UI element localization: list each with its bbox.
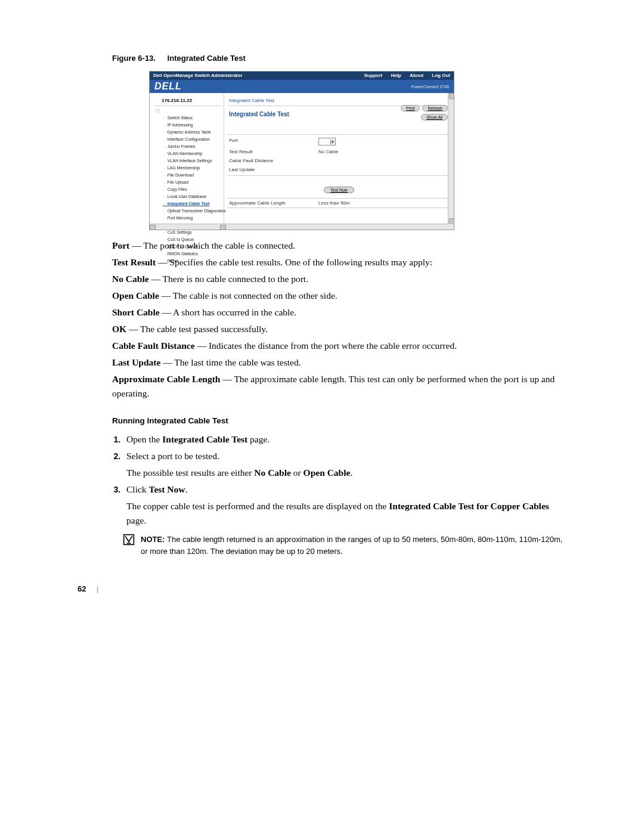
- label-approx: Approximate Cable Length: [229, 200, 318, 206]
- figure-label: Figure 6-13.: [112, 54, 156, 63]
- term-approx: Approximate Cable Length: [112, 374, 220, 384]
- sidebar-item[interactable]: File Download: [154, 172, 221, 179]
- term-cfd: Cable Fault Distance: [112, 340, 195, 351]
- term-testresult: Test Result: [112, 257, 156, 267]
- sidebar-item[interactable]: Integrated Cable Test: [154, 200, 221, 208]
- term-opencable: Open Cable: [112, 290, 159, 301]
- sidebar-item[interactable]: Interface Configuration: [154, 136, 221, 143]
- row-port: Port: [228, 136, 450, 147]
- label-port: Port: [229, 138, 318, 145]
- term-ok: OK: [112, 324, 126, 334]
- row-test-result: Test Result No Cable: [228, 147, 450, 156]
- desc-ok: — The cable test passed successfully.: [126, 324, 268, 334]
- titlebar: Dell OpenManage Switch Administrator Sup…: [150, 72, 454, 80]
- print-button[interactable]: Print: [401, 105, 420, 112]
- value-cfd: [318, 158, 449, 163]
- label-last-update: Last Update: [229, 167, 318, 172]
- note-text: The cable length returned is an approxim…: [141, 535, 562, 556]
- term-port: Port: [112, 240, 129, 250]
- value-approx: Less than 50m: [318, 200, 349, 206]
- nav-logout[interactable]: Log Out: [432, 73, 450, 78]
- sidebar: 176.210.11.22 Switch StatusIP Addressing…: [150, 93, 224, 224]
- term-shortcable: Short Cable: [112, 307, 160, 317]
- content-panel: Integrated Cable Test Integrated Cable T…: [224, 93, 454, 224]
- refresh-button[interactable]: Refresh: [422, 105, 448, 112]
- label-test-result: Test Result: [229, 149, 318, 154]
- row-cfd: Cable Fault Distance: [228, 156, 450, 165]
- row-approx: Approximate Cable Length Less than 50m: [228, 198, 450, 208]
- sidebar-item[interactable]: Copy Files: [154, 186, 221, 193]
- sidebar-item[interactable]: Jumbo Frames: [154, 143, 221, 150]
- sidebar-item[interactable]: Reset: [154, 258, 221, 265]
- sidebar-item[interactable]: Optical Transceiver Diagnostics: [154, 208, 221, 215]
- sidebar-item[interactable]: LAG Membership: [154, 165, 221, 172]
- nav-help[interactable]: Help: [391, 73, 401, 78]
- tree-root-icon: [154, 107, 221, 114]
- sidebar-item[interactable]: Port Mirroring: [154, 215, 221, 222]
- desc-opencable: — The cable is not connected on the othe…: [159, 290, 338, 301]
- term-nocable: No Cable: [112, 274, 149, 284]
- procedure-steps: Open the Integrated Cable Test page. Sel…: [123, 432, 566, 528]
- note-block: NOTE: The cable length returned is an ap…: [123, 534, 566, 557]
- dell-logo: DELL: [154, 81, 182, 92]
- note-label: NOTE:: [141, 535, 167, 544]
- sidebar-item[interactable]: DSCP to Queue: [154, 243, 221, 250]
- brand-bar: DELL PowerConnect 2748: [150, 80, 454, 93]
- sidebar-item[interactable]: CoS Settings: [154, 229, 221, 236]
- desc-shortcable: — A short has occurred in the cable.: [160, 307, 296, 317]
- showall-button[interactable]: Show All: [421, 114, 448, 120]
- desc-nocable: — There is no cable connected to the por…: [149, 274, 308, 284]
- step-3: Click Test Now. The copper cable test is…: [123, 482, 566, 528]
- body-text: Port — The port to which the cable is co…: [112, 239, 566, 557]
- screenshot-frame: Dell OpenManage Switch Administrator Sup…: [149, 71, 454, 230]
- sidebar-item[interactable]: VLAN Membership: [154, 150, 221, 157]
- label-cfd: Cable Fault Distance: [229, 158, 318, 163]
- procedure-heading: Running Integrated Cable Test: [112, 415, 566, 428]
- sidebar-ip: 176.210.11.22: [154, 95, 221, 106]
- sidebar-item[interactable]: VLAN Interface Settings: [154, 157, 221, 165]
- nav-support[interactable]: Support: [364, 73, 383, 78]
- scrollbar-horizontal[interactable]: [150, 224, 454, 230]
- page-number-block: 62 |: [78, 584, 566, 593]
- term-lastupdate: Last Update: [112, 357, 160, 367]
- port-select[interactable]: [318, 138, 336, 145]
- value-test-result: No Cable: [318, 149, 449, 154]
- sidebar-item[interactable]: RMON Statistics: [154, 250, 221, 258]
- desc-cfd: — Indicates the distance from the port w…: [195, 340, 457, 351]
- step-1: Open the Integrated Cable Test page.: [123, 432, 566, 447]
- sidebar-item[interactable]: CoS to Queue: [154, 236, 221, 243]
- sidebar-item[interactable]: Switch Status: [154, 114, 221, 122]
- figure-title: Integrated Cable Test: [168, 54, 246, 63]
- figure-caption: Figure 6-13. Integrated Cable Test: [112, 54, 566, 63]
- sidebar-item[interactable]: IP Addressing: [154, 122, 221, 129]
- page-number: 62: [78, 584, 86, 593]
- nav-about[interactable]: About: [410, 73, 423, 78]
- sidebar-item[interactable]: File Upload: [154, 179, 221, 186]
- step-2: Select a port to be tested. The possible…: [123, 449, 566, 480]
- row-last-update: Last Update: [228, 165, 450, 174]
- app-title: Dell OpenManage Switch Administrator: [153, 72, 243, 80]
- sidebar-item[interactable]: Dynamic Address Table: [154, 129, 221, 136]
- product-label: PowerConnect 2748: [411, 85, 449, 89]
- note-icon: [123, 534, 135, 546]
- value-last-update: [318, 167, 449, 172]
- desc-lastupdate: — The last time the cable was tested.: [160, 357, 301, 367]
- scrollbar-vertical[interactable]: [448, 93, 454, 224]
- sidebar-item[interactable]: Local User Database: [154, 193, 221, 200]
- test-now-button[interactable]: Test Now: [324, 187, 354, 193]
